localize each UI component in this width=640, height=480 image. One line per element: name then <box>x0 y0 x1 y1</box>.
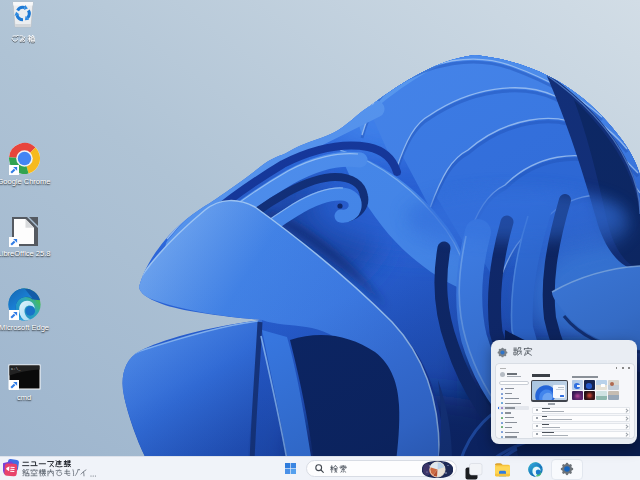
svg-text:C:\_: C:\_ <box>11 367 21 371</box>
